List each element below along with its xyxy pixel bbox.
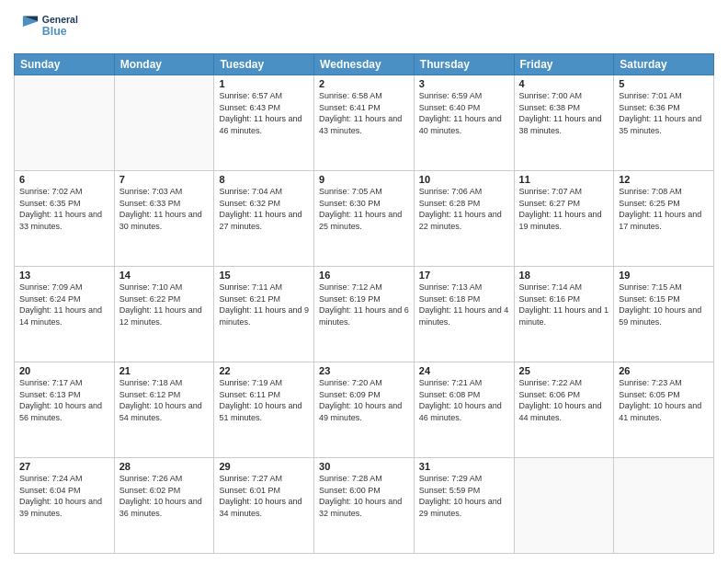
day-cell: 28Sunrise: 7:26 AM Sunset: 6:02 PM Dayli… <box>114 458 214 554</box>
day-cell: 2Sunrise: 6:58 AM Sunset: 6:41 PM Daylig… <box>314 75 415 171</box>
day-cell: 21Sunrise: 7:18 AM Sunset: 6:12 PM Dayli… <box>114 362 214 458</box>
day-cell: 14Sunrise: 7:10 AM Sunset: 6:22 PM Dayli… <box>114 267 214 362</box>
header-saturday: Saturday <box>614 54 714 75</box>
day-number: 31 <box>419 461 509 472</box>
header-monday: Monday <box>114 54 214 75</box>
day-cell: 15Sunrise: 7:11 AM Sunset: 6:21 PM Dayli… <box>214 267 314 362</box>
day-number: 20 <box>19 365 109 376</box>
day-number: 22 <box>219 365 309 376</box>
logo: General Blue <box>14 9 101 46</box>
day-info: Sunrise: 7:00 AM Sunset: 6:38 PM Dayligh… <box>519 90 609 136</box>
header: General Blue <box>14 9 714 46</box>
page: General Blue Sunday Monday Tuesday Wedne… <box>0 0 728 563</box>
day-number: 29 <box>219 461 309 472</box>
day-cell: 8Sunrise: 7:04 AM Sunset: 6:32 PM Daylig… <box>214 171 314 267</box>
day-info: Sunrise: 7:21 AM Sunset: 6:08 PM Dayligh… <box>419 377 509 423</box>
day-cell: 16Sunrise: 7:12 AM Sunset: 6:19 PM Dayli… <box>314 267 415 362</box>
day-number: 28 <box>119 461 210 472</box>
day-cell: 12Sunrise: 7:08 AM Sunset: 6:25 PM Dayli… <box>614 171 714 267</box>
day-number: 10 <box>419 174 509 185</box>
day-cell: 18Sunrise: 7:14 AM Sunset: 6:16 PM Dayli… <box>514 267 614 362</box>
day-cell: 1Sunrise: 6:57 AM Sunset: 6:43 PM Daylig… <box>214 75 314 171</box>
day-info: Sunrise: 7:11 AM Sunset: 6:21 PM Dayligh… <box>219 282 309 327</box>
day-number: 13 <box>19 270 109 281</box>
day-info: Sunrise: 7:29 AM Sunset: 5:59 PM Dayligh… <box>419 473 509 519</box>
day-info: Sunrise: 7:10 AM Sunset: 6:22 PM Dayligh… <box>119 282 210 327</box>
day-number: 19 <box>619 270 709 281</box>
day-number: 16 <box>319 270 409 281</box>
day-number: 17 <box>419 270 509 281</box>
day-cell <box>114 75 214 171</box>
day-info: Sunrise: 7:26 AM Sunset: 6:02 PM Dayligh… <box>119 473 210 519</box>
day-cell <box>514 458 614 554</box>
calendar-table: Sunday Monday Tuesday Wednesday Thursday… <box>14 53 714 554</box>
week-row-1: 1Sunrise: 6:57 AM Sunset: 6:43 PM Daylig… <box>15 75 714 171</box>
day-cell <box>614 458 714 554</box>
day-cell: 23Sunrise: 7:20 AM Sunset: 6:09 PM Dayli… <box>314 362 415 458</box>
calendar-header: Sunday Monday Tuesday Wednesday Thursday… <box>15 54 714 75</box>
day-cell: 31Sunrise: 7:29 AM Sunset: 5:59 PM Dayli… <box>414 458 514 554</box>
header-friday: Friday <box>514 54 614 75</box>
day-cell: 29Sunrise: 7:27 AM Sunset: 6:01 PM Dayli… <box>214 458 314 554</box>
day-info: Sunrise: 7:08 AM Sunset: 6:25 PM Dayligh… <box>619 186 709 232</box>
day-number: 25 <box>519 365 609 376</box>
day-info: Sunrise: 7:20 AM Sunset: 6:09 PM Dayligh… <box>319 377 409 423</box>
day-info: Sunrise: 7:05 AM Sunset: 6:30 PM Dayligh… <box>319 186 409 232</box>
day-cell: 11Sunrise: 7:07 AM Sunset: 6:27 PM Dayli… <box>514 171 614 267</box>
day-info: Sunrise: 7:24 AM Sunset: 6:04 PM Dayligh… <box>19 473 109 519</box>
day-cell: 19Sunrise: 7:15 AM Sunset: 6:15 PM Dayli… <box>614 267 714 362</box>
day-info: Sunrise: 7:02 AM Sunset: 6:35 PM Dayligh… <box>19 186 109 232</box>
day-cell: 22Sunrise: 7:19 AM Sunset: 6:11 PM Dayli… <box>214 362 314 458</box>
day-info: Sunrise: 7:23 AM Sunset: 6:05 PM Dayligh… <box>619 377 709 423</box>
day-cell: 30Sunrise: 7:28 AM Sunset: 6:00 PM Dayli… <box>314 458 415 554</box>
day-info: Sunrise: 7:14 AM Sunset: 6:16 PM Dayligh… <box>519 282 609 327</box>
day-number: 2 <box>319 78 409 89</box>
generalblue-logo: General Blue <box>14 9 101 46</box>
day-cell: 4Sunrise: 7:00 AM Sunset: 6:38 PM Daylig… <box>514 75 614 171</box>
day-number: 5 <box>619 78 709 89</box>
day-cell: 17Sunrise: 7:13 AM Sunset: 6:18 PM Dayli… <box>414 267 514 362</box>
day-number: 6 <box>19 174 109 185</box>
day-number: 23 <box>319 365 409 376</box>
day-info: Sunrise: 7:27 AM Sunset: 6:01 PM Dayligh… <box>219 473 309 519</box>
day-number: 15 <box>219 270 309 281</box>
day-number: 4 <box>519 78 609 89</box>
day-info: Sunrise: 6:59 AM Sunset: 6:40 PM Dayligh… <box>419 90 509 136</box>
week-row-3: 13Sunrise: 7:09 AM Sunset: 6:24 PM Dayli… <box>15 267 714 362</box>
day-number: 8 <box>219 174 309 185</box>
day-info: Sunrise: 7:09 AM Sunset: 6:24 PM Dayligh… <box>19 282 109 327</box>
day-number: 18 <box>519 270 609 281</box>
day-cell <box>15 75 115 171</box>
day-cell: 5Sunrise: 7:01 AM Sunset: 6:36 PM Daylig… <box>614 75 714 171</box>
day-info: Sunrise: 6:58 AM Sunset: 6:41 PM Dayligh… <box>319 90 409 136</box>
day-info: Sunrise: 7:12 AM Sunset: 6:19 PM Dayligh… <box>319 282 409 327</box>
day-info: Sunrise: 7:28 AM Sunset: 6:00 PM Dayligh… <box>319 473 409 519</box>
day-number: 12 <box>619 174 709 185</box>
day-number: 30 <box>319 461 409 472</box>
week-row-5: 27Sunrise: 7:24 AM Sunset: 6:04 PM Dayli… <box>15 458 714 554</box>
day-info: Sunrise: 7:17 AM Sunset: 6:13 PM Dayligh… <box>19 377 109 423</box>
day-info: Sunrise: 7:19 AM Sunset: 6:11 PM Dayligh… <box>219 377 309 423</box>
day-number: 26 <box>619 365 709 376</box>
svg-text:Blue: Blue <box>42 25 67 38</box>
day-info: Sunrise: 7:13 AM Sunset: 6:18 PM Dayligh… <box>419 282 509 327</box>
day-number: 14 <box>119 270 210 281</box>
day-info: Sunrise: 7:07 AM Sunset: 6:27 PM Dayligh… <box>519 186 609 232</box>
week-row-2: 6Sunrise: 7:02 AM Sunset: 6:35 PM Daylig… <box>15 171 714 267</box>
day-info: Sunrise: 7:04 AM Sunset: 6:32 PM Dayligh… <box>219 186 309 232</box>
week-row-4: 20Sunrise: 7:17 AM Sunset: 6:13 PM Dayli… <box>15 362 714 458</box>
svg-text:General: General <box>42 15 78 25</box>
day-info: Sunrise: 7:22 AM Sunset: 6:06 PM Dayligh… <box>519 377 609 423</box>
day-info: Sunrise: 7:18 AM Sunset: 6:12 PM Dayligh… <box>119 377 210 423</box>
day-info: Sunrise: 6:57 AM Sunset: 6:43 PM Dayligh… <box>219 90 309 136</box>
day-cell: 7Sunrise: 7:03 AM Sunset: 6:33 PM Daylig… <box>114 171 214 267</box>
day-number: 3 <box>419 78 509 89</box>
header-sunday: Sunday <box>15 54 115 75</box>
day-number: 9 <box>319 174 409 185</box>
header-row: Sunday Monday Tuesday Wednesday Thursday… <box>15 54 714 75</box>
day-info: Sunrise: 7:03 AM Sunset: 6:33 PM Dayligh… <box>119 186 210 232</box>
day-number: 7 <box>119 174 210 185</box>
day-cell: 13Sunrise: 7:09 AM Sunset: 6:24 PM Dayli… <box>15 267 115 362</box>
header-wednesday: Wednesday <box>314 54 415 75</box>
day-number: 11 <box>519 174 609 185</box>
